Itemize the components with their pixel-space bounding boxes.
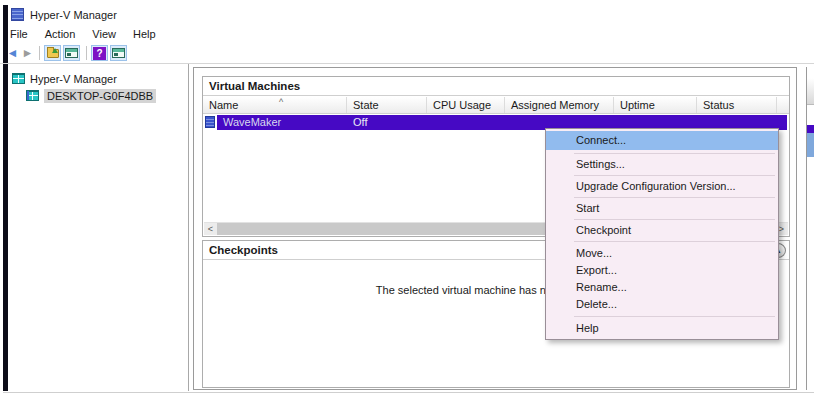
vm-table-header: Name ^ State CPU Usage Assigned Memory U… xyxy=(203,97,789,114)
menu-separator xyxy=(574,241,775,242)
menu-file[interactable]: File xyxy=(10,26,37,42)
vm-panel-title: Virtual Machines xyxy=(203,77,789,96)
forward-arrow-icon[interactable]: ► xyxy=(20,46,35,61)
menu-separator xyxy=(574,197,775,198)
menu-bar: File Action View Help xyxy=(10,26,173,42)
console-root-icon xyxy=(12,73,25,84)
show-tree-button[interactable] xyxy=(44,45,61,61)
menu-action[interactable]: Action xyxy=(45,26,85,42)
menu-separator xyxy=(574,316,775,317)
scroll-left-icon[interactable]: < xyxy=(204,223,217,235)
context-menu-item-delete[interactable]: Delete... xyxy=(546,296,778,313)
help-icon: ? xyxy=(93,47,106,60)
context-menu-item-help[interactable]: Help xyxy=(546,320,778,337)
column-header-name[interactable]: Name ^ xyxy=(203,97,347,113)
navigation-tree: Hyper-V Manager DESKTOP-G0F4DBB xyxy=(8,64,189,391)
selection-fragment xyxy=(807,125,814,133)
tree-item-label: DESKTOP-G0F4DBB xyxy=(44,89,156,103)
menu-separator xyxy=(574,219,775,220)
window-title: Hyper-V Manager xyxy=(30,9,117,21)
vm-state-cell: Off xyxy=(353,115,367,130)
context-menu-item-move[interactable]: Move... xyxy=(546,245,778,262)
window-bottom-border xyxy=(3,392,814,393)
title-bar: Hyper-V Manager xyxy=(11,6,117,23)
menu-help[interactable]: Help xyxy=(133,26,165,42)
vm-name-cell: WaveMaker xyxy=(223,115,281,130)
menu-separator xyxy=(574,175,775,176)
context-menu-item-start[interactable]: Start xyxy=(546,201,778,216)
console-window-icon xyxy=(112,48,125,58)
tree-item-hyperv-manager[interactable]: Hyper-V Manager xyxy=(8,70,188,87)
column-header-filler xyxy=(777,97,789,113)
toolbar-separator xyxy=(86,46,87,60)
hyperv-manager-window: Hyper-V Manager File Action View Help ◄ … xyxy=(0,0,814,403)
host-server-icon xyxy=(26,90,39,101)
actions-section-fragment xyxy=(807,133,814,157)
virtual-machine-icon xyxy=(205,116,215,128)
console-window-icon xyxy=(65,48,78,58)
context-menu-item-connect[interactable]: Connect... xyxy=(546,131,778,150)
action-pane-button[interactable] xyxy=(110,45,127,61)
actions-pane-header-fragment xyxy=(807,78,814,105)
sort-ascending-icon: ^ xyxy=(279,97,283,110)
context-menu-item-rename[interactable]: Rename... xyxy=(546,279,778,296)
column-header-state[interactable]: State xyxy=(347,97,427,113)
toolbar: ◄ ► ? xyxy=(5,44,129,62)
tree-item-host[interactable]: DESKTOP-G0F4DBB xyxy=(8,87,188,104)
menu-view[interactable]: View xyxy=(92,26,125,42)
folder-icon xyxy=(47,49,59,58)
tree-item-label: Hyper-V Manager xyxy=(30,73,117,85)
menu-separator xyxy=(574,153,775,154)
vm-context-menu: Connect... Settings... Upgrade Configura… xyxy=(545,128,779,340)
actions-pane-cropped xyxy=(806,67,814,390)
hyperv-app-icon xyxy=(11,8,24,21)
context-menu-item-export[interactable]: Export... xyxy=(546,262,778,279)
back-arrow-icon[interactable]: ◄ xyxy=(5,46,20,61)
column-header-uptime[interactable]: Uptime xyxy=(614,97,697,113)
context-menu-item-settings[interactable]: Settings... xyxy=(546,157,778,172)
help-button[interactable]: ? xyxy=(91,45,108,61)
context-menu-item-upgrade-configuration-version[interactable]: Upgrade Configuration Version... xyxy=(546,179,778,194)
column-header-cpu-usage[interactable]: CPU Usage xyxy=(427,97,505,113)
console-pane-button[interactable] xyxy=(63,45,80,61)
context-menu-item-checkpoint[interactable]: Checkpoint xyxy=(546,223,778,238)
column-header-status[interactable]: Status xyxy=(697,97,777,113)
column-header-assigned-memory[interactable]: Assigned Memory xyxy=(505,97,614,113)
toolbar-separator xyxy=(39,46,40,60)
